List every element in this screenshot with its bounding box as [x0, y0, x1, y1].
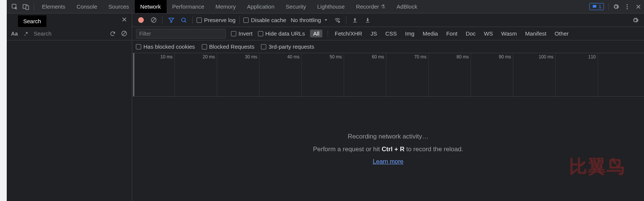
tab-network[interactable]: Network [135, 0, 167, 13]
issues-count: 1 [599, 4, 601, 9]
clear-search-icon[interactable] [119, 29, 129, 39]
tab-application[interactable]: Application [242, 0, 280, 13]
type-doc[interactable]: Doc [464, 30, 477, 37]
tick-label: 90 ms [499, 54, 511, 60]
close-devtools-icon[interactable] [633, 0, 644, 13]
tab-label: Security [286, 3, 306, 10]
tick-label: 10 ms [160, 54, 173, 60]
timeline-tick: 30 ms [259, 53, 259, 97]
tab-label: Recorder [356, 3, 379, 10]
type-js[interactable]: JS [369, 30, 379, 37]
download-har-icon[interactable] [363, 15, 373, 25]
tick-label: 110 [588, 54, 596, 60]
tick-label: 60 ms [372, 54, 384, 60]
network-settings-icon[interactable] [631, 15, 640, 25]
filter-toggle-icon[interactable] [166, 15, 176, 25]
checkbox-icon [243, 18, 249, 23]
match-case-button[interactable]: Aa [10, 29, 19, 39]
filter-bar-2: Has blocked cookies Blocked Requests 3rd… [132, 40, 644, 53]
throttling-select[interactable]: No throttling [289, 17, 329, 23]
hide-data-urls-checkbox[interactable]: Hide data URLs [258, 30, 305, 37]
svg-rect-2 [26, 6, 29, 10]
type-manifest[interactable]: Manifest [524, 30, 548, 37]
empty-state: Recording network activity… Perform a re… [132, 97, 644, 201]
tab-label: AdBlock [397, 3, 417, 10]
checkbox-icon [136, 44, 141, 49]
inspect-element-icon[interactable] [9, 0, 20, 13]
tab-sources[interactable]: Sources [103, 0, 135, 13]
tab-label: Console [77, 3, 97, 10]
type-ws[interactable]: WS [482, 30, 494, 37]
timeline-tick: 70 ms [428, 53, 429, 97]
filter-bar: Invert Hide data URLs All Fetch/XHR JS C… [132, 27, 644, 40]
device-toolbar-icon[interactable] [20, 0, 31, 13]
clear-button[interactable] [149, 15, 158, 25]
type-img[interactable]: Img [404, 30, 416, 37]
network-conditions-icon[interactable] [332, 15, 342, 25]
tab-performance[interactable]: Performance [167, 0, 210, 13]
type-other[interactable]: Other [553, 30, 570, 37]
separator [162, 16, 162, 24]
cb-label: Invert [239, 30, 253, 37]
upload-har-icon[interactable] [350, 15, 360, 25]
refresh-search-icon[interactable] [108, 29, 117, 39]
tick-label: 50 ms [329, 54, 342, 60]
type-wasm[interactable]: Wasm [500, 30, 519, 37]
learn-more-link[interactable]: Learn more [373, 158, 404, 165]
type-css[interactable]: CSS [384, 30, 398, 37]
settings-icon[interactable] [610, 0, 622, 13]
tab-security[interactable]: Security [280, 0, 312, 13]
filter-input[interactable] [136, 29, 226, 39]
divider [608, 3, 609, 10]
timeline-overview[interactable]: 10 ms20 ms30 ms40 ms50 ms60 ms70 ms80 ms… [132, 53, 644, 97]
close-search-icon[interactable] [121, 16, 127, 22]
cb-label: Preserve log [204, 17, 236, 23]
tick-label: 40 ms [287, 54, 300, 60]
svg-rect-10 [353, 22, 357, 22]
separator [239, 16, 240, 24]
tick-label: 20 ms [203, 54, 215, 60]
hint-after: to record the reload. [404, 146, 463, 153]
more-icon[interactable] [622, 0, 633, 13]
preserve-log-checkbox[interactable]: Preserve log [197, 17, 236, 23]
throttling-value: No throttling [291, 17, 321, 23]
network-toolbar: Preserve log Disable cache No throttling [132, 13, 644, 27]
search-drawer-tab[interactable]: Search [18, 15, 46, 27]
blocked-cookies-checkbox[interactable]: Has blocked cookies [136, 43, 195, 50]
type-media[interactable]: Media [421, 30, 440, 37]
record-dot-icon [138, 17, 144, 23]
panel-tabs: Elements Console Sources Network Perform… [36, 0, 423, 13]
empty-hint: Perform a request or hit Ctrl + R to rec… [313, 146, 463, 153]
search-panel: Search Aa .* [7, 13, 132, 201]
record-button[interactable] [136, 15, 146, 25]
regex-button[interactable]: .* [21, 29, 31, 39]
type-all[interactable]: All [310, 30, 322, 37]
search-input[interactable] [33, 29, 106, 38]
issues-button[interactable]: 1 [589, 3, 604, 10]
invert-checkbox[interactable]: Invert [231, 30, 253, 37]
network-panel: Preserve log Disable cache No throttling [132, 13, 644, 201]
empty-title: Recording network activity… [348, 133, 428, 140]
tab-lighthouse[interactable]: Lighthouse [312, 0, 350, 13]
tab-memory[interactable]: Memory [210, 0, 242, 13]
tab-label: Network [140, 3, 161, 10]
svg-point-4 [627, 6, 628, 7]
third-party-checkbox[interactable]: 3rd-party requests [261, 43, 314, 50]
hint-key: Ctrl + R [382, 146, 404, 153]
svg-rect-11 [366, 22, 370, 22]
tab-adblock[interactable]: AdBlock [391, 0, 423, 13]
disable-cache-checkbox[interactable]: Disable cache [243, 17, 286, 23]
tab-recorder[interactable]: Recorder⚗ [350, 0, 391, 13]
type-fetch[interactable]: Fetch/XHR [333, 30, 364, 37]
blocked-requests-checkbox[interactable]: Blocked Requests [202, 43, 255, 50]
search-toggle-icon[interactable] [179, 15, 189, 25]
cb-label: Hide data URLs [265, 30, 305, 37]
type-font[interactable]: Font [445, 30, 459, 37]
tab-label: Memory [216, 3, 236, 10]
tab-label: Sources [109, 3, 129, 10]
timeline-tick: 80 ms [471, 53, 471, 97]
search-tab-label: Search [23, 18, 41, 24]
tick-label: 100 ms [539, 54, 553, 60]
tab-elements[interactable]: Elements [36, 0, 71, 13]
tab-console[interactable]: Console [71, 0, 103, 13]
